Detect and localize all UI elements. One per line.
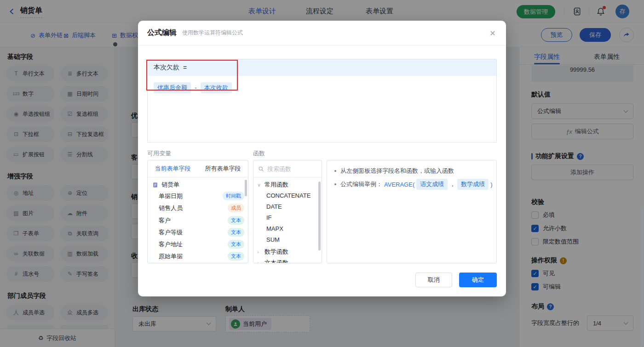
bullet-icon xyxy=(334,183,336,185)
hint-panel: 从左侧面板选择字段名和函数，或输入函数 公式编辑举例： AVERAGE( 语文成… xyxy=(327,160,497,263)
dialog-header: 公式编辑 使用数学运算符编辑公式 xyxy=(138,21,506,46)
function-search[interactable] xyxy=(253,160,322,177)
function-item-concatenate[interactable]: CONCATENATE xyxy=(266,192,310,199)
dialog-title: 公式编辑 xyxy=(147,28,177,38)
sample-field-chip: 语文成绩 xyxy=(416,179,448,190)
function-group-text[interactable]: › 文本函数 xyxy=(257,259,288,263)
function-item-if[interactable]: IF xyxy=(266,214,272,221)
document-icon xyxy=(152,182,158,188)
equals-sign: = xyxy=(183,64,187,71)
variable-row-customer-address[interactable]: 客户地址 文本 xyxy=(159,240,244,249)
function-search-input[interactable] xyxy=(267,165,313,172)
sample-field-chip: 数学成绩 xyxy=(457,179,489,190)
variables-panel: 当前表单字段 所有表单字段 销货单 单据日期 时间戳 销售人员 成员 客户 文本… xyxy=(147,160,248,263)
close-icon: ✕ xyxy=(489,29,495,38)
close-button[interactable]: ✕ xyxy=(488,28,498,38)
type-badge-text: 文本 xyxy=(228,240,244,249)
tab-all-form-fields[interactable]: 所有表单字段 xyxy=(198,160,248,177)
type-badge-text: 文本 xyxy=(228,216,244,225)
formula-target-field: 本次欠款 xyxy=(154,63,179,72)
chevron-right-icon: › xyxy=(257,260,262,263)
cancel-button[interactable]: 取消 xyxy=(415,273,452,287)
type-badge-member: 成员 xyxy=(228,204,244,212)
minus-operator: - xyxy=(195,84,197,91)
function-item-sum[interactable]: SUM xyxy=(266,236,280,243)
functions-scrollbar-thumb[interactable] xyxy=(318,182,321,250)
function-item-date[interactable]: DATE xyxy=(266,203,282,210)
bullet-icon xyxy=(334,170,336,172)
functions-panel: ∨ 常用函数 CONCATENATE DATE IF MAPX SUM › 数学… xyxy=(253,160,322,263)
function-name-sample: AVERAGE( xyxy=(384,181,414,188)
dialog-subtitle: 使用数学运算符编辑公式 xyxy=(182,29,243,37)
formula-edit-dialog: 公式编辑 使用数学运算符编辑公式 ✕ 本次欠款 = 优惠后金额 - 本次收款 可… xyxy=(138,21,506,296)
hint-line-2: 公式编辑举例： AVERAGE( 语文成绩 ， 数学成绩 ) xyxy=(334,179,493,190)
variables-scrollbar-thumb[interactable] xyxy=(245,180,247,196)
app-root: 销货单 表单设计 流程设定 表单设置 数据管理 存 ⊘ 表单外链 xyxy=(0,0,644,347)
variable-row-salesperson[interactable]: 销售人员 成员 xyxy=(159,204,244,212)
formula-expression: 优惠后金额 - 本次收款 xyxy=(154,82,232,93)
variables-tabs: 当前表单字段 所有表单字段 xyxy=(148,160,248,177)
variable-row-customer[interactable]: 客户 文本 xyxy=(159,216,244,225)
function-group-math[interactable]: › 数学函数 xyxy=(257,248,288,256)
tree-root-form[interactable]: 销货单 xyxy=(152,181,179,189)
variables-label: 可用变量 xyxy=(147,149,171,158)
search-icon xyxy=(258,166,264,172)
type-badge-text: 文本 xyxy=(228,228,244,237)
variable-row-customer-level[interactable]: 客户等级 文本 xyxy=(159,228,244,237)
type-badge-text: 文本 xyxy=(228,252,244,261)
confirm-button[interactable]: 确定 xyxy=(459,273,497,287)
variable-row-order-date[interactable]: 单据日期 时间戳 xyxy=(159,192,244,200)
chevron-down-icon: ∨ xyxy=(257,182,262,188)
field-chip-current-payment[interactable]: 本次收款 xyxy=(201,82,232,93)
hint-line-1: 从左侧面板选择字段名和函数，或输入函数 xyxy=(334,167,454,175)
tab-current-form-fields[interactable]: 当前表单字段 xyxy=(148,160,198,177)
function-group-common[interactable]: ∨ 常用函数 xyxy=(257,181,288,189)
function-item-mapx[interactable]: MAPX xyxy=(266,225,283,232)
formula-editor[interactable]: 本次欠款 = 优惠后金额 - 本次收款 xyxy=(147,59,497,142)
formula-target-row: 本次欠款 = xyxy=(148,59,496,76)
field-chip-discounted-amount[interactable]: 优惠后金额 xyxy=(154,82,191,93)
functions-label: 函数 xyxy=(253,149,265,158)
chevron-right-icon: › xyxy=(257,249,262,255)
variable-row-original-doc[interactable]: 原始单据 文本 xyxy=(159,252,244,261)
type-badge-timestamp: 时间戳 xyxy=(223,192,244,200)
page-scrollbar-thumb[interactable] xyxy=(640,208,643,347)
